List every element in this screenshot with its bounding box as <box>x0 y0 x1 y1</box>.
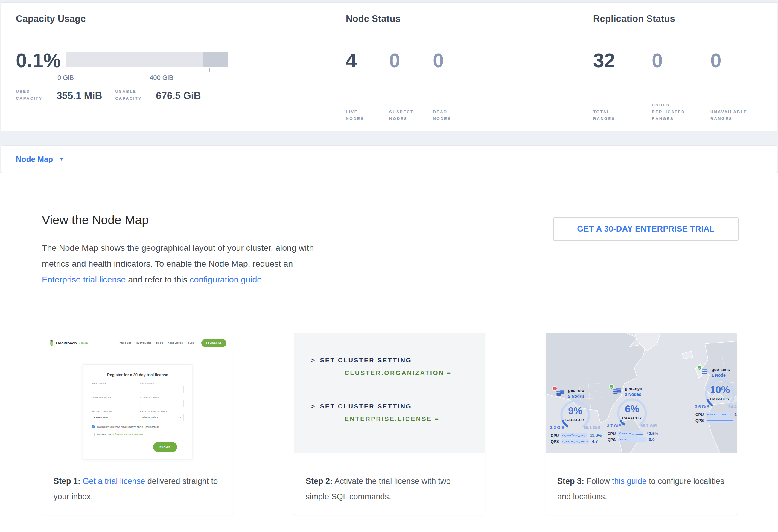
node-status-section: Node Status 4 LIVE NODES 0 SUSPECT NODES… <box>346 13 478 123</box>
logo-suffix-text: LABS <box>79 341 88 345</box>
view-selector-bar: Node Map ▼ <box>1 145 777 173</box>
project-phase-select: Please Select▼ <box>91 414 135 421</box>
step2-label: Step 2: <box>306 477 333 485</box>
usable-capacity-value: 676.5 GiB <box>156 90 201 101</box>
qps-sparkline <box>706 418 734 423</box>
get-trial-license-link[interactable]: Get a trial license <box>83 477 145 485</box>
cpu-value: 11.0% <box>590 433 602 438</box>
capacity-total: 65.7 GiB <box>640 424 657 428</box>
error-badge: 1 <box>552 386 557 391</box>
locality-nyc: ✓ geo=nyc 2 Nodes <box>606 386 658 442</box>
axis-tick-label-min: 0 GiB <box>58 74 74 82</box>
step3-caption: Step 3: Follow this guide to configure l… <box>557 473 726 505</box>
under-replicated-ranges-label: UNDER-REPLICATED RANGES <box>652 102 701 123</box>
email-updates-label: I would like to receive email updates ab… <box>97 426 159 429</box>
capacity-usage-title: Capacity Usage <box>16 13 228 24</box>
reason-for-interest-select: Please Select▼ <box>140 414 184 421</box>
node-map-dropdown[interactable]: Node Map <box>16 155 53 164</box>
total-ranges-stat: 32 TOTAL RANGES <box>593 51 652 123</box>
live-nodes-value: 4 <box>346 51 389 70</box>
used-capacity-label: USED CAPACITY <box>16 88 52 102</box>
database-icon <box>556 389 565 396</box>
live-nodes-label: LIVE NODES <box>346 108 376 123</box>
step2-card: >SET CLUSTER SETTING CLUSTER.ORGANIZATIO… <box>294 333 485 515</box>
capacity-used: 3.2 GiB <box>550 425 564 430</box>
step3-label: Step 3: <box>557 477 584 485</box>
capacity-used: 3.7 GiB <box>607 424 621 428</box>
under-replicated-ranges-value: 0 <box>652 51 710 70</box>
capacity-used: 3.6 GiB <box>695 404 709 409</box>
total-ranges-label: TOTAL RANGES <box>593 108 629 123</box>
locality-name: geo=ams <box>712 367 730 372</box>
axis-tick <box>161 68 162 72</box>
get-enterprise-trial-button[interactable]: GET A 30-DAY ENTERPRISE TRIAL <box>553 217 738 241</box>
unavailable-ranges-stat: 0 UNAVAILABLE RANGES <box>710 51 770 123</box>
locality-name: geo=nyc <box>625 386 642 391</box>
healthy-badge: ✓ <box>697 365 702 370</box>
replication-status-section: Replication Status 32 TOTAL RANGES 0 UND… <box>593 13 770 123</box>
sql-command-1: SET CLUSTER SETTING <box>320 357 412 364</box>
company-name-label: COMPANY NAME <box>91 396 135 398</box>
enterprise-trial-license-link[interactable]: Enterprise trial license <box>42 275 126 284</box>
dead-nodes-label: DEAD NODES <box>433 108 466 123</box>
step1-label: Step 1: <box>54 477 80 485</box>
qps-label: QPS <box>551 439 561 444</box>
reason-for-interest-label: REASON FOR INTEREST <box>140 410 184 412</box>
chevron-down-icon: ▼ <box>131 416 133 418</box>
step2-caption: Step 2: Activate the trial license with … <box>306 473 475 505</box>
cpu-label: CPU <box>608 432 618 436</box>
nav-item-product: PRODUCT <box>120 342 132 344</box>
company-email-field <box>140 400 184 407</box>
axis-tick <box>66 68 66 72</box>
suspect-nodes-label: SUSPECT NODES <box>389 108 425 123</box>
capacity-percent: 10% <box>694 384 737 395</box>
locality-node-count: 2 Nodes <box>625 392 641 397</box>
capacity-total: 35.1 GiB <box>584 425 600 430</box>
download-button: DOWNLOAD <box>201 339 226 347</box>
healthy-badge: ✓ <box>609 384 614 389</box>
cpu-sparkline <box>706 412 731 417</box>
dead-nodes-stat: 0 DEAD NODES <box>433 51 478 123</box>
chevron-down-icon[interactable]: ▼ <box>59 156 64 162</box>
agree-text: I agree to the <box>97 433 112 436</box>
replication-status-title: Replication Status <box>593 13 770 24</box>
configuration-guide-link[interactable]: configuration guide <box>189 275 262 284</box>
step1-caption: Step 1: Get a trial license delivered st… <box>54 473 223 505</box>
company-email-label: COMPANY EMAIL <box>140 396 184 398</box>
cockroach-bug-icon <box>49 340 54 346</box>
description-text: and refer to this <box>126 275 189 284</box>
capacity-label: CAPACITY <box>549 418 602 422</box>
capacity-bar-reserved-segment <box>203 52 228 67</box>
project-phase-label: PROJECT PHASE <box>91 410 135 412</box>
cpu-label: CPU <box>551 433 561 438</box>
form-title: Register for a 30-day trial license <box>91 373 184 377</box>
capacity-percent: 6% <box>606 403 658 415</box>
unavailable-ranges-label: UNAVAILABLE RANGES <box>710 108 764 123</box>
node-status-title: Node Status <box>346 13 478 24</box>
chevron-down-icon: ▼ <box>179 416 181 418</box>
nav-item-blog: BLOG <box>188 342 195 344</box>
step3-text: Follow <box>587 477 610 485</box>
this-guide-link[interactable]: this guide <box>612 477 647 485</box>
cpu-value: 42.5% <box>646 431 658 436</box>
mini-site-nav: PRODUCT CUSTOMERS DOCS RESOURCES BLOG DO… <box>120 339 226 347</box>
capacity-total: 34.4 GiB <box>728 404 737 409</box>
logo-text: Cockroach <box>56 341 77 345</box>
cpu-sparkline <box>561 433 587 438</box>
qps-label: QPS <box>695 418 706 423</box>
license-agreement-label: I agree to the Software License Agreemen… <box>97 433 144 436</box>
locality-node-count: 1 Node <box>712 373 726 378</box>
locality-ams: ✓ geo=ams 1 Node 10% <box>694 367 737 423</box>
live-nodes-stat: 4 LIVE NODES <box>346 51 389 123</box>
trial-registration-screenshot: Cockroach LABS PRODUCT CUSTOMERS DOCS RE… <box>42 333 233 473</box>
page-description: The Node Map shows the geographical layo… <box>42 240 327 288</box>
capacity-axis: 0 GiB 400 GiB <box>66 67 228 80</box>
capacity-percent: 9% <box>549 405 602 416</box>
capacity-bar <box>66 52 228 67</box>
dead-nodes-value: 0 <box>433 51 478 70</box>
cpu-sparkline <box>618 432 643 436</box>
cpu-value: 12.3% <box>734 412 737 417</box>
page-title: View the Node Map <box>42 213 149 227</box>
suspect-nodes-value: 0 <box>389 51 433 70</box>
cluster-summary-panel: Capacity Usage 0.1% 0 GiB 400 GiB USED C… <box>1 2 777 131</box>
